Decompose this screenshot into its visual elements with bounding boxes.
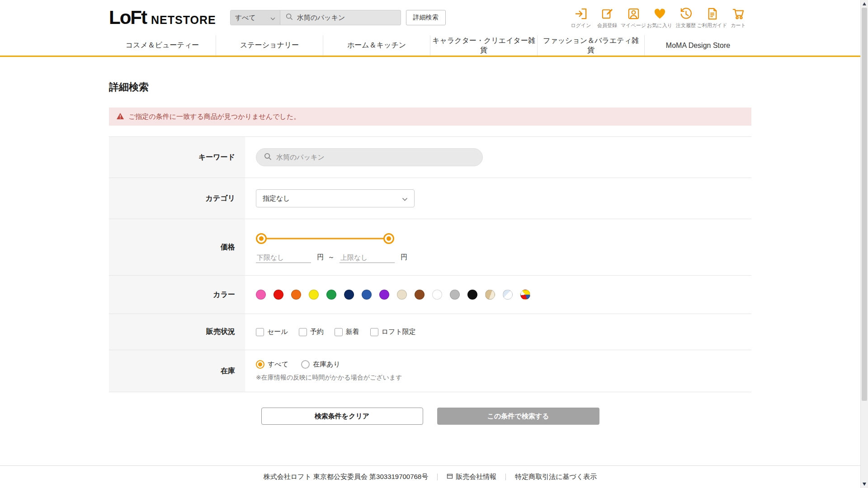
clear-filters-button[interactable]: 検索条件をクリア	[261, 408, 423, 425]
radio-stock-all-label: すべて	[268, 360, 288, 369]
form-row-stock: 在庫 すべて 在庫あり ※在庫情報の反映に時間がか	[109, 350, 751, 392]
scrollbar-thumb[interactable]	[862, 8, 867, 401]
header-utility-menu: ログイン 会員登録 マイページ	[568, 7, 751, 29]
radio-in-stock[interactable]: 在庫あり	[301, 360, 340, 369]
color-swatch[interactable]	[291, 290, 301, 300]
footer-link-company-info[interactable]: 販売会社情報	[447, 473, 496, 481]
nav-item-fashion-variety[interactable]: ファッション＆バラエティ雑貨	[537, 35, 644, 56]
color-swatch[interactable]	[450, 290, 460, 300]
guide-document-icon	[706, 7, 719, 21]
register-pencil-icon	[601, 7, 614, 21]
slider-handle-max[interactable]	[383, 233, 394, 244]
nav-item-home-kitchen[interactable]: ホーム＆キッチン	[323, 35, 430, 56]
radio-button-selected	[256, 360, 264, 369]
color-swatch[interactable]	[326, 290, 336, 300]
color-swatch[interactable]	[379, 290, 389, 300]
utility-login[interactable]: ログイン	[568, 7, 594, 29]
scrollbar[interactable]	[860, 0, 868, 488]
advanced-search-button[interactable]: 詳細検索	[406, 10, 446, 25]
checkbox-sale-label: セール	[267, 328, 288, 336]
checkbox-loft-limited[interactable]: ロフト限定	[370, 328, 416, 336]
form-row-color: カラー	[109, 276, 751, 314]
utility-guide-label: ご利用ガイド	[697, 22, 727, 29]
keyword-input[interactable]	[276, 154, 475, 161]
slider-track	[261, 238, 389, 239]
price-inputs-row: 円 ～ 円	[256, 252, 751, 263]
color-swatch[interactable]	[485, 290, 495, 300]
price-min-input[interactable]	[256, 252, 311, 263]
color-swatch[interactable]	[397, 290, 407, 300]
scroll-up-arrow[interactable]	[863, 2, 866, 5]
color-swatch[interactable]	[503, 290, 513, 300]
cart-icon	[732, 7, 745, 21]
checkbox-new-arrival-label: 新着	[346, 328, 359, 336]
color-swatch[interactable]	[520, 290, 530, 300]
field-label-keyword: キーワード	[109, 137, 245, 178]
radio-stock-all[interactable]: すべて	[256, 360, 288, 369]
field-label-category: カテゴリ	[109, 178, 245, 219]
color-swatch-list	[256, 290, 751, 300]
header-search-group: すべて 詳細検索	[230, 10, 446, 25]
keyword-search-box	[256, 148, 483, 166]
color-swatch[interactable]	[344, 290, 354, 300]
page-title: 詳細検索	[109, 80, 751, 94]
utility-cart[interactable]: カート	[725, 7, 751, 29]
search-form-table: キーワード カテゴリ 指定な	[109, 136, 751, 392]
color-swatch[interactable]	[432, 290, 442, 300]
search-field-wrap	[280, 13, 401, 22]
header-inner: LoFt NETSTORE すべて	[109, 7, 751, 29]
checkbox-new-arrival[interactable]: 新着	[335, 328, 359, 336]
checkbox-reservation[interactable]: 予約	[299, 328, 324, 336]
checkbox-box	[299, 328, 307, 336]
chevron-down-icon	[402, 195, 408, 202]
nav-item-stationery[interactable]: ステーショナリー	[216, 35, 323, 56]
scroll-down-arrow[interactable]	[863, 483, 866, 486]
utility-history[interactable]: 注文履歴	[673, 7, 699, 29]
field-label-price: 価格	[109, 219, 245, 275]
stock-radio-group: すべて 在庫あり	[256, 360, 751, 369]
color-swatch[interactable]	[274, 290, 283, 300]
utility-register-label: 会員登録	[597, 22, 617, 29]
field-label-color: カラー	[109, 276, 245, 314]
radio-button	[301, 360, 310, 369]
checkbox-box	[335, 328, 343, 336]
checkbox-box	[256, 328, 264, 336]
stock-note: ※在庫情報の反映に時間がかかる場合がございます	[256, 374, 751, 382]
slider-handle-min[interactable]	[256, 233, 267, 244]
search-category-select[interactable]: すべて	[231, 10, 280, 25]
nav-item-moma[interactable]: MoMA Design Store	[644, 35, 751, 56]
chevron-down-icon	[270, 14, 275, 22]
color-swatch[interactable]	[256, 290, 266, 300]
header-search-input[interactable]	[297, 14, 395, 22]
checkbox-loft-limited-label: ロフト限定	[382, 328, 416, 336]
utility-register[interactable]: 会員登録	[594, 7, 620, 29]
form-row-category: カテゴリ 指定なし	[109, 178, 751, 219]
checkbox-sale[interactable]: セール	[256, 328, 288, 336]
footer-link-transactions-law[interactable]: 特定商取引法に基づく表示	[515, 473, 597, 481]
color-swatch[interactable]	[309, 290, 319, 300]
nav-item-character-goods[interactable]: キャラクター・クリエイター雑貨	[430, 35, 537, 56]
radio-in-stock-label: 在庫あり	[313, 360, 340, 369]
utility-favorites-label: お気に入り	[647, 22, 672, 29]
checkbox-box	[370, 328, 378, 336]
utility-mypage[interactable]: マイページ	[620, 7, 646, 29]
nav-item-cosmetics[interactable]: コスメ＆ビューティー	[109, 35, 216, 56]
form-row-sales-status: 販売状況 セール 予約	[109, 314, 751, 350]
history-clock-icon	[679, 7, 693, 21]
alert-message: ご指定の条件に一致する商品が見つかりませんでした。	[128, 113, 300, 121]
footer-link-transactions-law-label: 特定商取引法に基づく表示	[515, 473, 597, 481]
category-select[interactable]: 指定なし	[256, 189, 415, 207]
utility-guide[interactable]: ご利用ガイド	[699, 7, 725, 29]
main-nav: コスメ＆ビューティー ステーショナリー ホーム＆キッチン キャラクター・クリエイ…	[0, 35, 860, 57]
page-viewport: LoFt NETSTORE すべて	[0, 0, 860, 488]
color-swatch[interactable]	[362, 290, 372, 300]
color-swatch[interactable]	[415, 290, 425, 300]
price-unit: 円	[317, 253, 324, 262]
search-submit-button[interactable]: この条件で検索する	[437, 408, 599, 425]
loft-logo[interactable]: LoFt NETSTORE	[109, 7, 216, 28]
mypage-person-icon	[627, 7, 640, 21]
color-swatch[interactable]	[467, 290, 477, 300]
logo-netstore-text: NETSTORE	[151, 14, 216, 27]
utility-favorites[interactable]: お気に入り	[646, 7, 673, 29]
price-max-input[interactable]	[340, 252, 395, 263]
